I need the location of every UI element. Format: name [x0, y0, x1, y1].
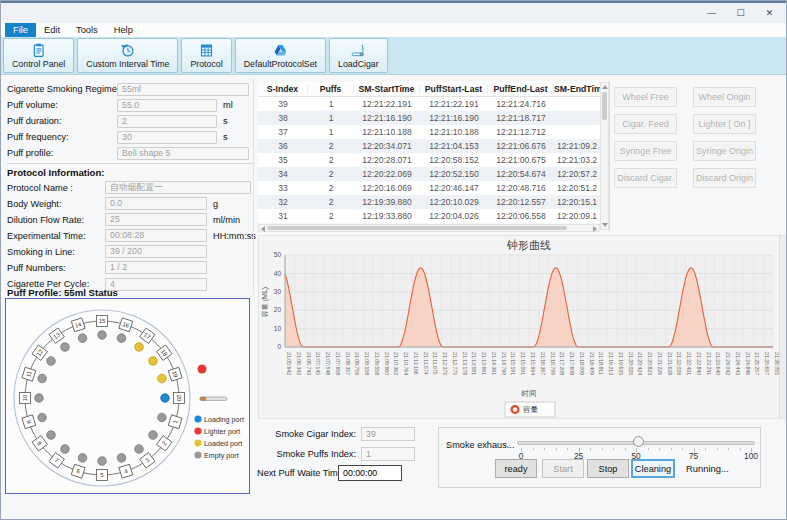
column-header-sm-starttime[interactable]: SM-StartTime [354, 84, 420, 94]
table-horizontal-scrollbar[interactable] [258, 224, 600, 232]
port-7-dot[interactable] [61, 445, 70, 454]
table-row[interactable]: 37112:21:10.18812:21:10.18812:21:12.712 [258, 125, 600, 139]
table-row[interactable]: 35212:20:28.07112:20:58.15212:21:00.6751… [258, 153, 600, 167]
close-button[interactable]: ✕ [755, 5, 784, 21]
table-row[interactable]: 33212:20:16.06912:20:46.14712:20:48.7161… [258, 181, 600, 195]
x-tick-label: 21:10:764 [403, 352, 409, 375]
cell-s-index: 31 [258, 211, 308, 221]
field-row-experimental-time: Experimental Time:00:08:28HH:mm:ss [7, 228, 253, 244]
column-header-puffs[interactable]: Puffs [308, 84, 354, 94]
menu-edit[interactable]: Edit [36, 23, 68, 37]
wheel-inner-circle [25, 321, 179, 475]
field-value-puff-profile[interactable]: Bell shape 5 [117, 147, 249, 160]
start-button[interactable]: Start [542, 459, 584, 478]
toolbar-button-defaultprotocolset[interactable]: DefaultProtocolSet [235, 38, 326, 73]
field-value-experimental-time[interactable]: 00:08:28 [105, 229, 207, 242]
scroll-up-arrow-icon[interactable] [602, 85, 608, 89]
scrollbar-thumb[interactable] [267, 226, 567, 230]
scrollbar-thumb[interactable] [602, 92, 607, 120]
field-value-puff-duration[interactable]: 2 [117, 115, 217, 128]
toolbar-button-custom-interval-time[interactable]: Custom Interval Time [77, 38, 178, 73]
bottom-field-value-next-puff-waite-time[interactable]: 00:00:00 [338, 465, 402, 481]
toolbar-button-control-panel[interactable]: Control Panel [3, 38, 74, 73]
menu-help[interactable]: Help [106, 23, 141, 37]
ready-button[interactable]: ready [495, 459, 537, 478]
port-8-dot[interactable] [47, 431, 56, 440]
table-row[interactable]: 31212:19:33.88012:20:04.02612:20:06.5581… [258, 209, 600, 223]
section-divider [7, 163, 253, 164]
port-18-dot[interactable] [149, 357, 158, 366]
scroll-down-arrow-icon[interactable] [602, 223, 608, 227]
field-value-cigarette-per-cycle[interactable]: 4 [105, 278, 207, 291]
device-button-wheel-origin[interactable]: Wheel Origin [693, 87, 756, 107]
port-14-dot[interactable] [78, 334, 87, 343]
port-10-dot[interactable] [35, 394, 44, 403]
cell-puffend-last: 12:21:06.676 [488, 141, 554, 151]
port-9-dot[interactable] [38, 413, 47, 422]
port-2-dot[interactable] [149, 431, 158, 440]
cell-puffend-last: 12:21:18.717 [488, 113, 554, 123]
field-value-smoking-in-line[interactable]: 39 / 200 [105, 245, 207, 258]
port-20-dot[interactable] [161, 394, 170, 403]
scroll-left-arrow-icon[interactable] [261, 226, 265, 232]
maximize-button[interactable]: ☐ [726, 5, 755, 21]
cell-puffstart-last: 12:20:52.150 [420, 169, 488, 179]
stop-button[interactable]: Stop [587, 459, 629, 478]
port-19-dot[interactable] [158, 374, 167, 383]
smoke-exhaust-slider[interactable]: 0255075100 [515, 433, 757, 459]
table-buttons-separator [609, 81, 610, 231]
port-17-dot[interactable] [135, 343, 144, 352]
toolbar-button-protocol[interactable]: Protocol [181, 38, 231, 73]
table-row[interactable]: 32212:19:39.88012:20:10.02912:20:12.5571… [258, 195, 600, 209]
device-button-lighter-on[interactable]: Lighter [ On ] [693, 114, 756, 134]
port-4-dot[interactable] [117, 454, 126, 463]
bottom-field-value-smoke-puffs-index[interactable]: 1 [361, 447, 415, 461]
chart-scrollbar[interactable] [779, 236, 786, 418]
menu-tools[interactable]: Tools [68, 23, 106, 37]
port-6-dot[interactable] [78, 454, 87, 463]
device-button-wheel-free[interactable]: Wheel Free [614, 87, 677, 107]
device-button-discard-origin[interactable]: Discard Origin [693, 168, 756, 188]
port-5-dot[interactable] [98, 457, 107, 466]
toolbar-button-loadcigar[interactable]: LoadCigar [329, 38, 388, 73]
table-row[interactable]: 39112:21:22.19112:21:22.19112:21:24.716 [258, 97, 600, 111]
scroll-right-arrow-icon[interactable] [593, 226, 597, 232]
port-12-dot[interactable] [47, 357, 56, 366]
port-13-dot[interactable] [61, 343, 70, 352]
device-button-discard-cigar[interactable]: Discard Cigar. [614, 168, 677, 188]
device-button-syringe-origin[interactable]: Syringe Origin [693, 141, 756, 161]
column-header-s-index[interactable]: S-Index [258, 84, 308, 94]
field-value-dilution-flow-rate[interactable]: 25 [105, 213, 207, 226]
cell-puffs: 1 [308, 113, 354, 123]
port-16-dot[interactable] [117, 334, 126, 343]
table-vertical-scrollbar[interactable] [600, 82, 609, 230]
x-tick-label: 21:15:591 [520, 352, 526, 375]
field-value-puff-numbers[interactable]: 1 / 2 [105, 261, 207, 274]
field-value-puff-volume[interactable]: 55.0 [117, 99, 217, 112]
port-15-dot[interactable] [98, 331, 107, 340]
field-value-protocol-name[interactable]: 自动烟配置一 [105, 181, 251, 194]
port-3-dot[interactable] [135, 445, 144, 454]
slider-tick [728, 448, 729, 450]
cleaning-button[interactable]: Cleaning [631, 459, 675, 478]
table-row[interactable]: 38112:21:16.19012:21:16.19012:21:18.717 [258, 111, 600, 125]
x-tick-label: 21:09:158 [364, 352, 370, 375]
column-header-puffend-last[interactable]: PuffEnd-Last [488, 84, 554, 94]
field-value-puff-frequency[interactable]: 30 [117, 131, 217, 144]
device-button-cigar-feed[interactable]: Cigar. Feed [614, 114, 677, 134]
column-header-puffstart-last[interactable]: PuffStart-Last [420, 84, 488, 94]
cell-puffend-last: 12:20:48.716 [488, 183, 554, 193]
table-row[interactable]: 34212:20:22.06912:20:52.15012:20:54.6741… [258, 167, 600, 181]
column-header-sm-endtime[interactable]: SM-EndTime [554, 84, 600, 94]
minimize-button[interactable]: — [697, 5, 726, 21]
port-1-dot[interactable] [158, 413, 167, 422]
bottom-field-value-smoke-cigar-index[interactable]: 39 [361, 427, 415, 441]
x-tick-label: 21:22:431 [686, 352, 692, 375]
slider-thumb[interactable] [633, 436, 644, 447]
device-button-syringe-free[interactable]: Syringe Free [614, 141, 677, 161]
port-11-dot[interactable] [38, 374, 47, 383]
table-row[interactable]: 36212:20:34.07112:21:04.15312:21:06.6761… [258, 139, 600, 153]
field-value-cigarette-smoking-regimens[interactable]: 55ml [117, 83, 249, 96]
field-value-body-weight[interactable]: 0.0 [105, 197, 207, 210]
menu-file[interactable]: File [5, 23, 36, 37]
